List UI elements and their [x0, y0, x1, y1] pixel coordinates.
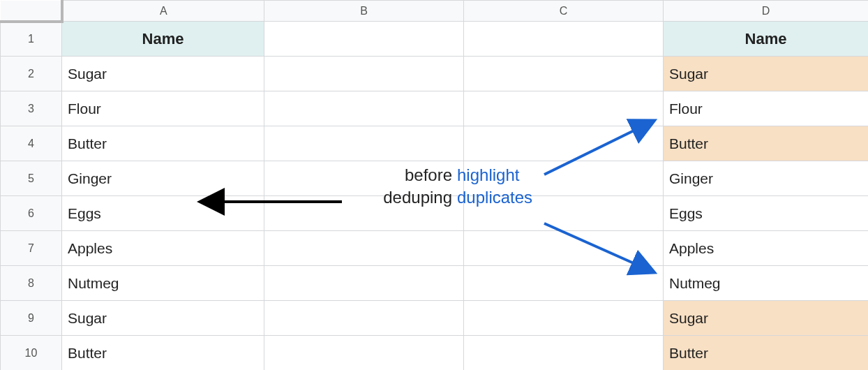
row-header-3[interactable]: 3: [1, 91, 62, 126]
cell-c10[interactable]: [464, 336, 664, 371]
col-header-d[interactable]: D: [664, 1, 869, 22]
row-header-2[interactable]: 2: [1, 57, 62, 91]
cell-d3[interactable]: Flour: [664, 91, 869, 126]
row-header-8[interactable]: 8: [1, 266, 62, 301]
row-header-9[interactable]: 9: [1, 301, 62, 336]
col-header-a[interactable]: A: [62, 1, 264, 22]
cell-c4[interactable]: [464, 126, 664, 161]
cell-c3[interactable]: [464, 91, 664, 126]
cell-a4[interactable]: Butter: [62, 126, 264, 161]
cell-c2[interactable]: [464, 57, 664, 91]
cell-b2[interactable]: [264, 57, 464, 91]
cell-a5[interactable]: Ginger: [62, 161, 264, 196]
cell-b4[interactable]: [264, 126, 464, 161]
cell-d9[interactable]: Sugar: [664, 301, 869, 336]
cell-d5[interactable]: Ginger: [664, 161, 869, 196]
cell-d1[interactable]: Name: [664, 22, 869, 57]
cell-d8[interactable]: Nutmeg: [664, 266, 869, 301]
row-header-4[interactable]: 4: [1, 126, 62, 161]
cell-a7[interactable]: Apples: [62, 231, 264, 266]
cell-d7[interactable]: Apples: [664, 231, 869, 266]
row-header-10[interactable]: 10: [1, 336, 62, 371]
cell-d10[interactable]: Butter: [664, 336, 869, 371]
cell-c8[interactable]: [464, 266, 664, 301]
cell-c5[interactable]: [464, 161, 664, 196]
cell-b6[interactable]: [264, 196, 464, 231]
cell-a1[interactable]: Name: [62, 22, 264, 57]
row-header-5[interactable]: 5: [1, 161, 62, 196]
cell-a3[interactable]: Flour: [62, 91, 264, 126]
cell-b7[interactable]: [264, 231, 464, 266]
cell-c6[interactable]: [464, 196, 664, 231]
cell-a2[interactable]: Sugar: [62, 57, 264, 91]
sheet-corner[interactable]: [1, 1, 62, 22]
row-header-7[interactable]: 7: [1, 231, 62, 266]
col-header-c[interactable]: C: [464, 1, 664, 22]
cell-b1[interactable]: [264, 22, 464, 57]
cell-d6[interactable]: Eggs: [664, 196, 869, 231]
spreadsheet-grid[interactable]: A B C D 1 Name Name 2 Sugar Sugar 3 Flou…: [0, 0, 868, 370]
cell-a9[interactable]: Sugar: [62, 301, 264, 336]
row-header-1[interactable]: 1: [1, 22, 62, 57]
cell-a8[interactable]: Nutmeg: [62, 266, 264, 301]
cell-c1[interactable]: [464, 22, 664, 57]
col-header-b[interactable]: B: [264, 1, 464, 22]
cell-a6[interactable]: Eggs: [62, 196, 264, 231]
cell-b8[interactable]: [264, 266, 464, 301]
cell-b3[interactable]: [264, 91, 464, 126]
cell-b5[interactable]: [264, 161, 464, 196]
cell-c9[interactable]: [464, 301, 664, 336]
cell-a10[interactable]: Butter: [62, 336, 264, 371]
cell-d2[interactable]: Sugar: [664, 57, 869, 91]
row-header-6[interactable]: 6: [1, 196, 62, 231]
cell-c7[interactable]: [464, 231, 664, 266]
cell-b10[interactable]: [264, 336, 464, 371]
cell-d4[interactable]: Butter: [664, 126, 869, 161]
cell-b9[interactable]: [264, 301, 464, 336]
